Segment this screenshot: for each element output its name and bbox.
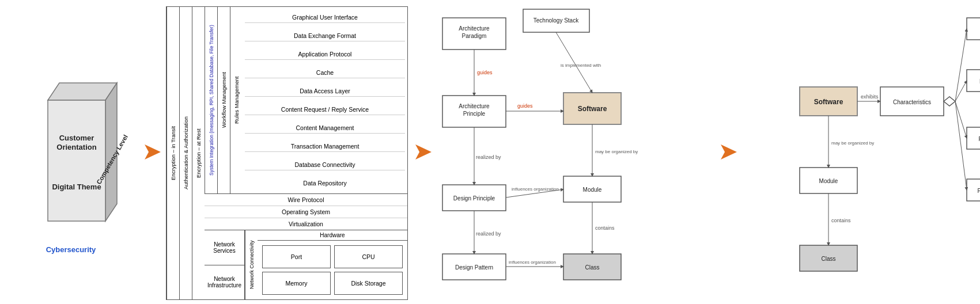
- grid-mid: Wire ProtocolOperating SystemVirtualizat…: [205, 194, 407, 230]
- tech-stack-label: Technology Stack: [533, 17, 579, 24]
- architecture-diagram: Architecture Paradigm Technology Stack A…: [437, 6, 713, 300]
- grid-mid-row: Wire Protocol: [205, 194, 407, 206]
- hardware-label: Hardware: [258, 230, 407, 241]
- svg-marker-0: [48, 83, 117, 100]
- hw-box: Disk Storage: [334, 272, 403, 295]
- exhibits-label: exhibits: [861, 94, 879, 100]
- software-label: Software: [578, 105, 607, 113]
- sw-may-org-label: may be organized by: [831, 140, 874, 146]
- sys-int-label: System Integration (messaging, RPI, Shar…: [209, 25, 214, 176]
- sw-software-label: Software: [814, 98, 843, 106]
- grid-item: Transaction Management: [245, 141, 405, 152]
- influences1-label: influences organization: [512, 187, 559, 192]
- svg-line-37: [955, 101, 967, 190]
- sys-int-col: System Integration (messaging, RPI, Shar…: [205, 7, 217, 193]
- cube-customer-label: Customer: [59, 134, 94, 142]
- guides1-label: guides: [477, 70, 493, 75]
- cybersecurity-label: Cybersecurity: [46, 245, 96, 254]
- auth-col: Authentication & Authorization: [179, 7, 192, 299]
- svg-text:Paradigm: Paradigm: [462, 33, 487, 39]
- hw-box: Memory: [262, 272, 331, 295]
- svg-marker-26: [944, 97, 955, 106]
- performance-label: Performance: [977, 188, 980, 194]
- module-label: Module: [583, 187, 602, 193]
- architecture-grid: Encryption – in Transit Authentication &…: [166, 6, 408, 300]
- svg-line-36: [955, 101, 967, 138]
- net-conn-col: Network Connectivity: [245, 230, 258, 299]
- hw-box: CPU: [334, 245, 403, 268]
- enc-transit-col: Encryption – in Transit: [167, 7, 179, 299]
- grid-items-list: Graphical User InterfaceData Exchange Fo…: [243, 7, 407, 193]
- enc-rest-label: Encryption – at Rest: [195, 128, 202, 178]
- may-organized-label: may be organized by: [595, 149, 638, 154]
- grid-item: Data Repository: [245, 178, 405, 188]
- grid-item: Data Exchange Format: [245, 31, 405, 41]
- sw-module-label: Module: [819, 178, 838, 184]
- grid-item: Cache: [245, 67, 405, 78]
- svg-rect-29: [967, 127, 980, 149]
- arch-paradigm-label: Architecture: [459, 25, 490, 32]
- enc-rest-col: Encryption – at Rest: [192, 7, 205, 299]
- sw-class-label: Class: [821, 256, 835, 262]
- workflow-label: Workflow Management: [221, 73, 227, 128]
- workflow-col: Workflow Management: [217, 7, 230, 193]
- svg-marker-2: [48, 100, 105, 221]
- arrow-3: ➤: [713, 140, 742, 164]
- grid-item: Data Access Layer: [245, 86, 405, 97]
- rules-col: Rules Management: [230, 7, 243, 193]
- enc-transit-label: Encryption – in Transit: [170, 126, 176, 180]
- grid-item: Content Request / Reply Service: [245, 104, 405, 115]
- grid-mid-row: Operating System: [205, 206, 407, 218]
- auth-label: Authentication & Authorization: [183, 117, 189, 190]
- grid-item: Application Protocol: [245, 49, 405, 60]
- arch-principle-label: Architecture: [459, 103, 490, 109]
- realized-by1-label: realized by: [476, 154, 501, 160]
- realized-by2-label: realized by: [476, 231, 501, 237]
- class-label: Class: [585, 264, 599, 271]
- cube-digital-label: Digital Theme: [52, 183, 101, 191]
- net-infra-label: NetworkInfrastructure: [205, 265, 244, 300]
- svg-rect-27: [967, 18, 980, 40]
- sw-svg: Software Module Class Characteristics Mo…: [742, 6, 980, 300]
- influences2-label: influences organization: [509, 260, 556, 265]
- svg-rect-28: [967, 70, 980, 92]
- hw-box: Port: [262, 245, 331, 268]
- rules-label: Rules Management: [233, 77, 240, 124]
- arch-svg: Architecture Paradigm Technology Stack A…: [437, 6, 656, 300]
- grid-item: Database Connectivity: [245, 159, 405, 170]
- cube-svg: Customer Orientation Digital Theme Compe…: [19, 66, 134, 250]
- guides2-label: guides: [517, 103, 533, 109]
- cube-section: Customer Orientation Digital Theme Compe…: [5, 5, 137, 299]
- is-implemented-label: is implemented with: [561, 63, 601, 68]
- grid-mid-row: Virtualization: [205, 218, 407, 230]
- contains-label: contains: [595, 225, 615, 231]
- hardware-col: Hardware PortCPUMemoryDisk Storage: [258, 230, 407, 299]
- cube-3d-container: Customer Orientation Digital Theme Compe…: [19, 66, 123, 238]
- net-conn-label: Network Connectivity: [249, 241, 255, 290]
- design-principle-label: Design Principle: [453, 195, 495, 202]
- grid-item: Graphical User Interface: [245, 12, 405, 23]
- net-services-label: NetworkServices: [205, 230, 244, 265]
- arrow-1: ➤: [137, 140, 166, 164]
- arrow-2: ➤: [408, 140, 437, 164]
- svg-text:Principle: Principle: [463, 111, 486, 117]
- design-pattern-label: Design Pattern: [455, 264, 493, 271]
- net-services-col: NetworkServices NetworkInfrastructure: [205, 230, 245, 299]
- grid-bottom: NetworkServices NetworkInfrastructure Ne…: [205, 230, 407, 299]
- software-diagram: Software Module Class Characteristics Mo…: [742, 6, 980, 300]
- characteristics-label: Characteristics: [893, 99, 931, 105]
- hardware-grid: PortCPUMemoryDisk Storage: [258, 241, 407, 299]
- grid-item: Content Management: [245, 123, 405, 134]
- cube-orientation-label: Orientation: [56, 143, 96, 151]
- sw-contains-label: contains: [831, 218, 851, 223]
